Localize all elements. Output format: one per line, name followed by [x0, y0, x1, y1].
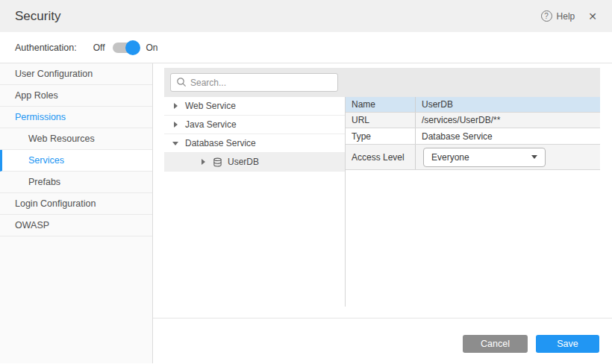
dialog-header: Security ? Help ✕ — [0, 0, 612, 32]
main-area: Web Service Java Service Database Servic… — [153, 63, 612, 363]
tree-item-label: Java Service — [185, 119, 237, 130]
sidebar-item-permissions[interactable]: Permissions — [0, 107, 152, 128]
help-icon: ? — [541, 10, 552, 22]
chevron-right-icon — [199, 159, 207, 165]
tree-item-label: Web Service — [185, 101, 236, 111]
authentication-label: Authentication: — [15, 43, 77, 53]
row-value: Database Service — [416, 128, 600, 144]
toggle-on-label: On — [146, 43, 158, 53]
row-value: UserDB — [416, 97, 600, 112]
sidebar-item-app-roles[interactable]: App Roles — [0, 85, 152, 107]
table-row-type: Type Database Service — [346, 128, 600, 145]
search-input[interactable] — [170, 73, 338, 92]
sidebar: User Configuration App Roles Permissions… — [0, 63, 153, 363]
cancel-button[interactable]: Cancel — [463, 335, 528, 353]
tree-item-java-service[interactable]: Java Service — [164, 116, 345, 134]
chevron-right-icon — [171, 122, 180, 128]
close-icon[interactable]: ✕ — [588, 11, 597, 22]
authentication-bar: Authentication: Off On — [0, 32, 612, 63]
chevron-down-icon — [171, 142, 180, 145]
table-row-name: Name UserDB — [346, 97, 600, 113]
sidebar-item-login-configuration[interactable]: Login Configuration — [0, 193, 152, 215]
toggle-off-label: Off — [93, 43, 105, 53]
row-label: Name — [346, 97, 416, 112]
help-label: Help — [557, 11, 575, 22]
sidebar-item-owasp[interactable]: OWASP — [0, 215, 152, 236]
access-level-value: Everyone — [431, 152, 469, 163]
sidebar-item-prefabs[interactable]: Prefabs — [0, 172, 152, 193]
services-panel: Web Service Java Service Database Servic… — [164, 68, 600, 307]
footer: Cancel Save — [153, 318, 612, 353]
access-level-dropdown[interactable]: Everyone — [423, 148, 546, 167]
services-tree: Web Service Java Service Database Servic… — [164, 97, 346, 307]
sidebar-item-web-resources[interactable]: Web Resources — [0, 128, 152, 150]
page-title: Security — [15, 9, 60, 24]
table-row-access-level: Access Level Everyone — [346, 145, 600, 170]
tree-item-label: UserDB — [228, 157, 259, 167]
tree-item-label: Database Service — [185, 138, 256, 148]
row-label: URL — [346, 113, 416, 128]
row-value: /services/UserDB/** — [416, 113, 600, 128]
chevron-right-icon — [171, 103, 180, 109]
table-row-url: URL /services/UserDB/** — [346, 113, 600, 128]
row-label: Access Level — [346, 145, 416, 169]
row-label: Type — [346, 128, 416, 144]
authentication-toggle[interactable] — [113, 43, 139, 53]
tree-item-database-service[interactable]: Database Service — [164, 134, 345, 153]
sidebar-item-user-configuration[interactable]: User Configuration — [0, 63, 152, 85]
database-icon — [213, 157, 222, 167]
help-button[interactable]: ? Help — [541, 10, 575, 22]
search-icon — [176, 77, 187, 90]
tree-item-web-service[interactable]: Web Service — [164, 97, 345, 116]
tree-item-userdb[interactable]: UserDB — [164, 153, 345, 172]
service-detail-table: Name UserDB URL /services/UserDB/** Type… — [346, 97, 600, 307]
sidebar-item-services[interactable]: Services — [0, 150, 152, 172]
save-button[interactable]: Save — [536, 335, 599, 353]
dropdown-caret-icon — [531, 155, 537, 159]
toggle-knob — [125, 40, 140, 55]
